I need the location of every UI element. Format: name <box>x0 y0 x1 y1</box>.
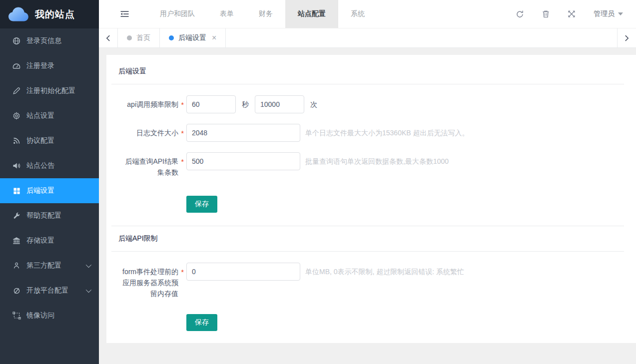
save-row: 保存 <box>186 196 624 213</box>
save-button[interactable]: 保存 <box>186 314 217 331</box>
tab-dot-icon <box>127 35 132 40</box>
sidebar-item-protocol-config[interactable]: 协议配置 <box>0 128 99 153</box>
fullscreen-icon[interactable] <box>568 10 576 18</box>
sidebar-item-storage-settings[interactable]: 存储设置 <box>0 228 99 253</box>
top-bar: 用户和团队 表单 财务 站点配置 系统 管理员 <box>99 0 636 28</box>
field-label-text: 日志文件大小 <box>136 129 178 137</box>
field-label: form事件处理前的应用服务器系统预留内存值 * <box>118 263 186 299</box>
api-rate-seconds-input[interactable] <box>186 95 236 113</box>
menu-collapse-icon[interactable] <box>120 0 129 28</box>
sidebar-item-register-init-config[interactable]: 注册初始化配置 <box>0 78 99 103</box>
field-controls: 批量查询语句单次返回数据条数,最大条数1000 <box>186 152 449 178</box>
top-nav-label: 站点配置 <box>298 9 326 18</box>
rss-icon <box>12 137 21 145</box>
top-bar-actions: 管理员 <box>516 0 636 28</box>
settings-panel: 后端设置 api调用频率限制 * 秒 次 <box>106 55 636 343</box>
sidebar-item-label: 登录页信息 <box>26 36 61 45</box>
top-nav-site-config[interactable]: 站点配置 <box>285 0 338 28</box>
person-icon <box>12 262 21 270</box>
refresh-icon[interactable] <box>516 10 524 18</box>
sidebar-item-label: 站点设置 <box>26 111 54 120</box>
field-controls: 秒 次 <box>186 95 323 113</box>
pen-icon <box>12 87 21 95</box>
globe-icon <box>12 37 21 45</box>
top-nav-system[interactable]: 系统 <box>338 0 377 28</box>
required-star: * <box>181 99 184 110</box>
main-column: 用户和团队 表单 财务 站点配置 系统 管理员 <box>99 0 636 364</box>
section-title-api-limit: 后端API限制 <box>118 226 624 251</box>
field-label-text: form事件处理前的应用服务器系统预留内存值 <box>122 268 178 298</box>
sidebar-item-label: 后端设置 <box>26 186 54 195</box>
field-hint: 单个日志文件最大大小为15360KB 超出后无法写入。 <box>305 124 469 142</box>
chevron-down-icon <box>86 262 91 268</box>
top-nav-label: 表单 <box>220 9 234 18</box>
save-button[interactable]: 保存 <box>186 196 217 213</box>
required-star: * <box>181 267 184 278</box>
chevron-down-icon <box>86 287 91 293</box>
top-nav-finance[interactable]: 财务 <box>246 0 285 28</box>
app-logo[interactable]: 我的站点 <box>0 0 99 28</box>
required-star: * <box>181 128 184 139</box>
unit-seconds: 秒 <box>242 95 249 113</box>
form-row-query-limit: 后端查询API结果集条数 * 批量查询语句单次返回数据条数,最大条数1000 <box>118 152 624 178</box>
field-label-text: 后端查询API结果集条数 <box>125 157 178 176</box>
slashed-circle-icon <box>12 287 21 295</box>
memory-reserve-input[interactable] <box>186 263 300 281</box>
api-rate-times-input[interactable] <box>255 95 304 113</box>
sidebar-item-mirror-access[interactable]: 镜像访问 <box>0 303 99 328</box>
sidebar-item-backend-settings[interactable]: 后端设置 <box>0 178 99 203</box>
mirror-icon <box>12 312 21 320</box>
field-label-text: api调用频率限制 <box>127 100 178 108</box>
sidebar-item-label: 注册登录 <box>26 61 54 70</box>
top-nav-forms[interactable]: 表单 <box>207 0 246 28</box>
sidebar-item-register-login[interactable]: 注册登录 <box>0 53 99 78</box>
top-nav-label: 用户和团队 <box>160 9 195 18</box>
dashboard-icon <box>12 62 21 70</box>
form-row-api-rate: api调用频率限制 * 秒 次 <box>118 95 624 113</box>
field-label: api调用频率限制 * <box>118 95 186 113</box>
sidebar-item-site-announcement[interactable]: 站点公告 <box>0 153 99 178</box>
sidebar-item-label: 开放平台配置 <box>26 286 68 295</box>
sidebar-item-third-party-config[interactable]: 第三方配置 <box>0 253 99 278</box>
app-title: 我的站点 <box>35 8 75 21</box>
form-row-memory-reserve: form事件处理前的应用服务器系统预留内存值 * 单位MB, 0表示不限制, 超… <box>118 263 624 299</box>
sidebar-item-label: 帮助页配置 <box>26 211 61 220</box>
close-icon[interactable]: × <box>212 34 216 42</box>
speaker-icon <box>12 162 21 170</box>
user-name: 管理员 <box>594 9 615 18</box>
sidebar-item-label: 存储设置 <box>26 236 54 245</box>
sidebar-item-login-page-info[interactable]: 登录页信息 <box>0 28 99 53</box>
save-row: 保存 <box>186 314 624 331</box>
content-area: 后端设置 api调用频率限制 * 秒 次 <box>99 48 636 364</box>
form-row-log-size: 日志文件大小 * 单个日志文件最大大小为15360KB 超出后无法写入。 <box>118 124 624 142</box>
sidebar-item-label: 协议配置 <box>26 136 54 145</box>
field-label: 后端查询API结果集条数 * <box>118 152 186 178</box>
tab-label: 首页 <box>136 33 150 42</box>
user-dropdown[interactable]: 管理员 <box>594 9 623 18</box>
sidebar-item-site-settings[interactable]: 站点设置 <box>0 103 99 128</box>
top-nav-label: 系统 <box>351 9 365 18</box>
tab-home[interactable]: 首页 <box>118 28 160 47</box>
field-hint: 批量查询语句单次返回数据条数,最大条数1000 <box>305 152 449 170</box>
field-controls: 单个日志文件最大大小为15360KB 超出后无法写入。 <box>186 124 469 142</box>
sidebar-item-label: 第三方配置 <box>26 261 61 270</box>
sidebar-item-label: 注册初始化配置 <box>26 86 75 95</box>
top-nav-users-teams[interactable]: 用户和团队 <box>147 0 207 28</box>
tabs-scroll-left-icon[interactable] <box>99 28 118 47</box>
query-limit-input[interactable] <box>186 152 300 170</box>
field-controls: 单位MB, 0表示不限制, 超过限制返回错误: 系统繁忙 <box>186 263 464 299</box>
sidebar-item-open-platform-config[interactable]: 开放平台配置 <box>0 278 99 303</box>
api-limit-form: form事件处理前的应用服务器系统预留内存值 * 单位MB, 0表示不限制, 超… <box>118 252 624 331</box>
sidebar-item-help-page-config[interactable]: 帮助页配置 <box>0 203 99 228</box>
required-star: * <box>181 156 184 167</box>
gear-icon <box>12 112 21 120</box>
sidebar-item-label: 镜像访问 <box>26 311 54 320</box>
cloud-icon <box>8 6 30 22</box>
section-title-backend: 后端设置 <box>118 62 624 84</box>
tab-backend-settings[interactable]: 后端设置 × <box>160 28 226 47</box>
tab-bar-spacer <box>226 28 617 47</box>
trash-icon[interactable] <box>542 10 550 18</box>
tabs-scroll-right-icon[interactable] <box>617 28 636 47</box>
log-size-input[interactable] <box>186 124 300 142</box>
sidebar-menu: 登录页信息 注册登录 注册初始化配置 站点设置 <box>0 28 99 364</box>
